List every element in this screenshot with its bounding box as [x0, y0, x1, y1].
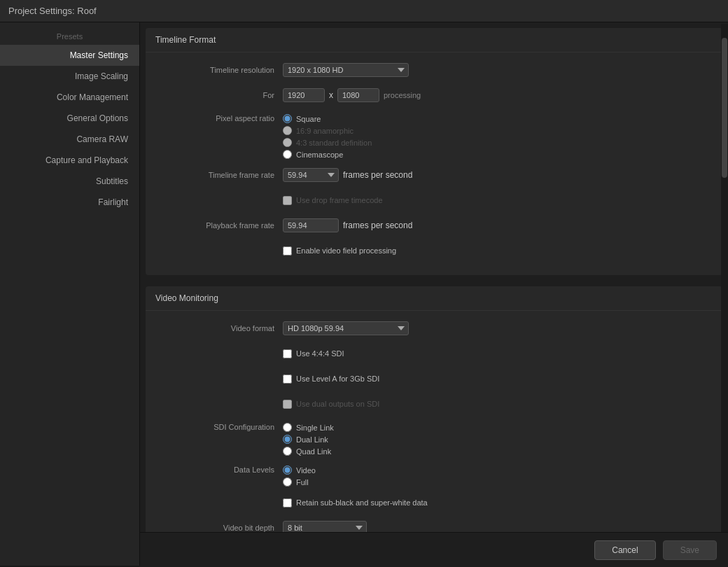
playback-rate-input[interactable] — [283, 218, 339, 232]
processing-text: processing — [384, 91, 421, 99]
level-a-row: Use Level A for 3Gb SDI — [157, 370, 711, 388]
playback-rate-row: Playback frame rate frames per second — [157, 216, 711, 234]
video-field-control: Enable video field processing — [283, 246, 711, 255]
sidebar-item-master-settings[interactable]: Master Settings — [0, 45, 139, 66]
title-text: Project Settings: Roof — [8, 6, 97, 16]
pixel-aspect-row: Pixel aspect ratio Square 16:9 anamorphi… — [157, 111, 711, 159]
retain-checkbox[interactable] — [283, 498, 292, 507]
level-a-label: Use Level A for 3Gb SDI — [296, 374, 379, 383]
sdi-dual-radio[interactable] — [283, 435, 292, 444]
scrollbar-track[interactable] — [721, 24, 728, 532]
frame-rate-select[interactable]: 59.94 23.976 24 25 30 60 — [283, 168, 339, 182]
footer: Cancel Save — [140, 532, 728, 567]
playback-frames-label: frames per second — [343, 220, 412, 230]
video-monitoring-header: Video Monitoring — [146, 286, 722, 311]
dual-output-item: Use dual outputs on SDI — [283, 400, 711, 409]
data-levels-radio-group: Video Full — [283, 465, 711, 486]
drop-frame-row: Use drop frame timecode — [157, 191, 711, 209]
resolution-row: Timeline resolution 1920 x 1080 HD 3840 … — [157, 61, 711, 79]
use444-control: Use 4:4:4 SDI — [283, 349, 711, 358]
video-field-row: Enable video field processing — [157, 241, 711, 260]
frame-rate-control: 59.94 23.976 24 25 30 60 frames per seco… — [283, 168, 711, 182]
processing-row: For x processing — [157, 86, 711, 104]
aspect-cinemascope-label: Cinemascope — [296, 150, 343, 159]
drop-frame-item: Use drop frame timecode — [283, 196, 711, 205]
playback-rate-label: Playback frame rate — [157, 221, 283, 230]
sidebar-item-general-options[interactable]: General Options — [0, 108, 139, 129]
sdi-single-radio[interactable] — [283, 423, 292, 432]
video-format-label: Video format — [157, 324, 283, 332]
aspect-square[interactable]: Square — [283, 114, 711, 123]
sdi-radio-group: Single Link Dual Link Quad Link — [283, 423, 711, 456]
presets-label: Presets — [0, 28, 139, 45]
save-button[interactable]: Save — [663, 540, 717, 560]
use444-item[interactable]: Use 4:4:4 SDI — [283, 349, 711, 358]
x-separator: x — [329, 90, 333, 100]
height-input[interactable] — [337, 88, 379, 102]
data-levels-video-label: Video — [296, 466, 316, 475]
for-label: For — [157, 91, 283, 99]
aspect-cinemascope[interactable]: Cinemascope — [283, 150, 711, 159]
aspect-anamorphic-radio — [283, 126, 292, 135]
sidebar-item-fairlight[interactable]: Fairlight — [0, 192, 139, 213]
data-levels-video[interactable]: Video — [283, 465, 711, 475]
aspect-radio-group: Square 16:9 anamorphic 4:3 standard defi… — [283, 114, 711, 159]
sidebar-item-camera-raw[interactable]: Camera RAW — [0, 129, 139, 150]
aspect-standard-radio — [283, 138, 292, 147]
video-field-label: Enable video field processing — [296, 246, 396, 255]
timeline-format-body: Timeline resolution 1920 x 1080 HD 3840 … — [146, 52, 722, 275]
pixel-aspect-label: Pixel aspect ratio — [157, 114, 283, 122]
timeline-format-section: Timeline Format Timeline resolution 1920… — [146, 28, 722, 275]
frame-rate-label: Timeline frame rate — [157, 171, 283, 179]
sidebar-item-capture-and-playback[interactable]: Capture and Playback — [0, 150, 139, 171]
video-field-item[interactable]: Enable video field processing — [283, 246, 711, 255]
data-levels-row: Data Levels Video Full — [157, 463, 711, 486]
cancel-button[interactable]: Cancel — [594, 540, 655, 560]
retain-row: Retain sub-black and super-white data — [157, 493, 711, 512]
resolution-label: Timeline resolution — [157, 66, 283, 74]
pixel-aspect-control: Square 16:9 anamorphic 4:3 standard defi… — [283, 114, 711, 159]
sdi-quad-link[interactable]: Quad Link — [283, 447, 711, 456]
sdi-dual-label: Dual Link — [296, 435, 328, 444]
video-monitoring-section: Video Monitoring Video format HD 1080p 5… — [146, 286, 722, 566]
retain-item[interactable]: Retain sub-black and super-white data — [283, 498, 711, 507]
timeline-format-header: Timeline Format — [146, 28, 722, 52]
scrollbar-thumb[interactable] — [722, 38, 727, 178]
frame-rate-row: Timeline frame rate 59.94 23.976 24 25 3… — [157, 166, 711, 184]
aspect-cinemascope-radio[interactable] — [283, 150, 292, 159]
dual-output-control: Use dual outputs on SDI — [283, 400, 711, 409]
video-format-row: Video format HD 1080p 59.94 HD 1080p 60 … — [157, 319, 711, 337]
dual-output-row: Use dual outputs on SDI — [157, 395, 711, 413]
aspect-anamorphic-label: 16:9 anamorphic — [296, 127, 354, 135]
use444-checkbox[interactable] — [283, 349, 292, 358]
level-a-item[interactable]: Use Level A for 3Gb SDI — [283, 374, 711, 384]
sdi-single-link[interactable]: Single Link — [283, 423, 711, 432]
title-bar: Project Settings: Roof — [0, 0, 728, 22]
data-levels-control: Video Full — [283, 465, 711, 486]
frames-per-second-label: frames per second — [343, 170, 412, 180]
drop-frame-label: Use drop frame timecode — [296, 196, 383, 204]
retain-label: Retain sub-black and super-white data — [296, 498, 428, 507]
sidebar-item-subtitles[interactable]: Subtitles — [0, 171, 139, 192]
aspect-square-radio[interactable] — [283, 114, 292, 123]
processing-control: x processing — [283, 88, 711, 102]
video-monitoring-body: Video format HD 1080p 59.94 HD 1080p 60 … — [146, 311, 722, 566]
video-format-select[interactable]: HD 1080p 59.94 HD 1080p 60 HD 1080i 59.9… — [283, 321, 409, 335]
video-field-checkbox[interactable] — [283, 246, 292, 255]
data-levels-video-radio[interactable] — [283, 465, 292, 475]
drop-frame-control: Use drop frame timecode — [283, 196, 711, 205]
data-levels-full-radio[interactable] — [283, 477, 292, 486]
data-levels-full[interactable]: Full — [283, 477, 711, 486]
width-input[interactable] — [283, 88, 325, 102]
sdi-quad-radio[interactable] — [283, 447, 292, 456]
sdi-dual-link[interactable]: Dual Link — [283, 435, 711, 444]
resolution-select[interactable]: 1920 x 1080 HD 3840 x 2160 UHD 1280 x 72… — [283, 63, 409, 77]
retain-control: Retain sub-black and super-white data — [283, 498, 711, 507]
sidebar-item-color-management[interactable]: Color Management — [0, 87, 139, 108]
aspect-square-label: Square — [296, 115, 321, 123]
video-format-control: HD 1080p 59.94 HD 1080p 60 HD 1080i 59.9… — [283, 321, 711, 335]
level-a-checkbox[interactable] — [283, 374, 292, 384]
sdi-single-label: Single Link — [296, 424, 334, 432]
main-content: Timeline Format Timeline resolution 1920… — [140, 22, 728, 566]
sidebar-item-image-scaling[interactable]: Image Scaling — [0, 66, 139, 87]
